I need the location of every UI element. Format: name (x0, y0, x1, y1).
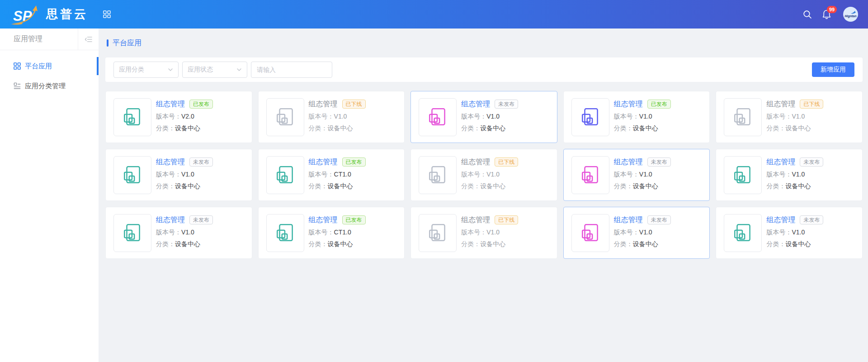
app-title-link[interactable]: 组态管理 (614, 100, 643, 109)
app-card[interactable]: 组态管理 未发布 版本号：V1.0 分类：设备中心 (716, 149, 863, 201)
app-title-link[interactable]: 组态管理 (156, 100, 185, 109)
category-label: 分类： (461, 240, 480, 248)
grid-icon (14, 62, 21, 70)
card-title-row: 组态管理 未发布 (156, 157, 213, 167)
status-badge: 未发布 (647, 215, 671, 224)
app-card[interactable]: 组态管理 未发布 版本号：V1.0 分类：设备中心 (105, 149, 252, 201)
version-line: 版本号：V2.0 (156, 113, 213, 121)
version-label: 版本号： (461, 229, 486, 236)
notifications-bell-icon[interactable]: 99 (822, 10, 831, 19)
version-line: 版本号：V1.0 (766, 171, 823, 179)
version-value: V1.0 (486, 171, 500, 178)
app-status-select[interactable]: 应用状态 (182, 62, 247, 78)
scada-app-icon (426, 106, 449, 129)
scada-app-icon (731, 106, 754, 129)
card-title-row: 组态管理 已发布 (309, 157, 366, 167)
category-line: 分类：设备中心 (309, 240, 366, 248)
category-line: 分类：设备中心 (156, 240, 213, 248)
app-card[interactable]: 组态管理 已发布 版本号：V2.0 分类：设备中心 (105, 91, 252, 143)
apps-grid-icon[interactable] (103, 10, 111, 18)
app-title-link[interactable]: 组态管理 (614, 157, 643, 167)
status-badge: 未发布 (189, 215, 213, 224)
app-title-link[interactable]: 组态管理 (461, 215, 490, 225)
category-value: 设备中心 (175, 240, 200, 248)
add-app-button[interactable]: 新增应用 (812, 62, 854, 77)
card-info: 组态管理 未发布 版本号：V1.0 分类：设备中心 (766, 156, 823, 200)
version-label: 版本号： (461, 171, 486, 178)
app-card[interactable]: 组态管理 已发布 版本号：CT1.0 分类：设备中心 (258, 207, 405, 259)
version-label: 版本号： (766, 171, 792, 178)
category-line: 分类：设备中心 (309, 182, 366, 191)
app-card[interactable]: 组态管理 未发布 版本号：V1.0 分类：设备中心 (716, 207, 863, 259)
card-info: 组态管理 已下线 版本号：V1.0 分类：设备中心 (461, 156, 518, 200)
app-title-link[interactable]: 组态管理 (614, 215, 643, 225)
version-line: 版本号：V1.0 (461, 113, 518, 121)
app-card[interactable]: 组态管理 未发布 版本号：V1.0 分类：设备中心 (563, 149, 710, 201)
version-value: V1.0 (792, 171, 805, 178)
app-icon-box (419, 156, 457, 194)
chevron-down-icon (236, 67, 242, 72)
category-value: 设备中心 (480, 182, 505, 190)
app-card[interactable]: 组态管理 已下线 版本号：V1.0 分类：设备中心 (410, 207, 557, 259)
app-title-link[interactable]: 组态管理 (156, 215, 185, 225)
app-card[interactable]: 组态管理 未发布 版本号：V1.0 分类：设备中心 (563, 207, 710, 259)
app-card[interactable]: 组态管理 未发布 版本号：V1.0 分类：设备中心 (105, 207, 252, 259)
status-badge: 已下线 (495, 215, 518, 224)
app-title-link[interactable]: 组态管理 (309, 100, 338, 109)
scada-app-icon (121, 164, 144, 186)
category-line: 分类：设备中心 (766, 124, 823, 133)
sidebar-item-label: 平台应用 (25, 62, 52, 71)
scada-app-icon (426, 164, 449, 186)
card-title-row: 组态管理 未发布 (156, 215, 213, 225)
app-card[interactable]: 组态管理 已下线 版本号：V1.0 分类：设备中心 (410, 149, 557, 201)
avatar[interactable]: Higntan (843, 7, 858, 22)
card-info: 组态管理 未发布 版本号：V1.0 分类：设备中心 (156, 156, 213, 200)
app-card[interactable]: 组态管理 已发布 版本号：V1.0 分类：设备中心 (563, 91, 710, 143)
status-badge: 已下线 (342, 100, 366, 109)
app-title-link[interactable]: 组态管理 (766, 215, 795, 225)
category-value: 设备中心 (633, 182, 658, 190)
app-title-link[interactable]: 组态管理 (766, 100, 795, 109)
category-label: 分类： (309, 240, 328, 248)
app-icon-box (113, 214, 151, 252)
app-title-link[interactable]: 组态管理 (766, 157, 795, 167)
category-value: 设备中心 (328, 182, 353, 190)
version-value: V1.0 (639, 171, 652, 178)
app-icon-box (266, 156, 304, 194)
card-info: 组态管理 未发布 版本号：V1.0 分类：设备中心 (461, 98, 518, 143)
sidebar-item-app-category-management[interactable]: 应用分类管理 (0, 76, 99, 96)
category-label: 分类： (766, 124, 785, 132)
sidebar-item-platform-apps[interactable]: 平台应用 (0, 56, 99, 76)
sidebar-menu: 平台应用 应用分类管理 (0, 50, 99, 96)
version-line: 版本号：V1.0 (766, 113, 823, 121)
category-value: 设备中心 (328, 124, 353, 132)
app-title-link[interactable]: 组态管理 (309, 215, 338, 225)
category-value: 设备中心 (480, 124, 505, 132)
category-label: 分类： (156, 240, 175, 248)
version-value: V2.0 (181, 113, 194, 120)
app-card[interactable]: 组态管理 已下线 版本号：V1.0 分类：设备中心 (258, 91, 405, 143)
status-badge: 已发布 (189, 100, 213, 109)
app-title-link[interactable]: 组态管理 (461, 100, 490, 109)
chevron-down-icon (168, 67, 173, 72)
category-value: 设备中心 (785, 240, 811, 248)
app-card[interactable]: 组态管理 已发布 版本号：CT1.0 分类：设备中心 (258, 149, 405, 201)
app-title-link[interactable]: 组态管理 (309, 157, 338, 167)
collapse-sidebar-button[interactable] (78, 29, 99, 50)
app-category-select[interactable]: 应用分类 (113, 62, 179, 78)
version-value: V1.0 (639, 229, 652, 236)
app-card[interactable]: 组态管理 已下线 版本号：V1.0 分类：设备中心 (716, 91, 863, 143)
search-input[interactable] (251, 62, 332, 78)
logo-mark-text: SP (13, 8, 32, 24)
version-value: CT1.0 (334, 229, 351, 236)
app-title-link[interactable]: 组态管理 (156, 157, 185, 167)
card-info: 组态管理 已发布 版本号：V2.0 分类：设备中心 (156, 98, 213, 143)
search-icon[interactable] (803, 10, 812, 19)
app-card[interactable]: 组态管理 未发布 版本号：V1.0 分类：设备中心 (410, 91, 557, 143)
version-label: 版本号： (461, 113, 486, 120)
scada-app-icon (121, 222, 144, 244)
card-info: 组态管理 已发布 版本号：CT1.0 分类：设备中心 (309, 156, 366, 200)
app-title-link[interactable]: 组态管理 (461, 157, 490, 167)
card-info: 组态管理 已下线 版本号：V1.0 分类：设备中心 (309, 98, 366, 143)
version-line: 版本号：CT1.0 (309, 229, 366, 237)
